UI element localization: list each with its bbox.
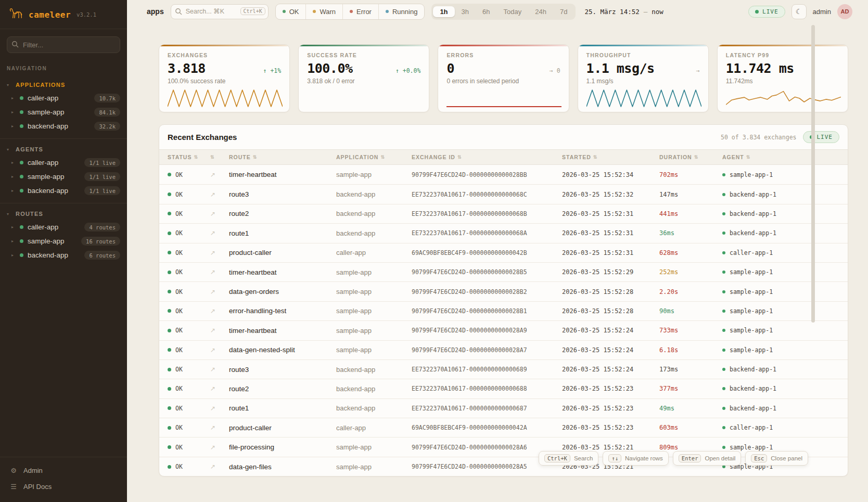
stat-card-errors: ERRORS0→ 00 errors in selected period [438, 44, 569, 112]
sidebar-item-caller-app[interactable]: ▸caller-app10.7k [0, 91, 127, 105]
status-filter-running[interactable]: Running [379, 4, 424, 19]
table-row[interactable]: OK↗route1backend-appEE7322370A10617-0000… [159, 398, 848, 418]
table-row[interactable]: OK↗route1backend-appEE7322370A10617-0000… [159, 223, 848, 242]
column-header-duration[interactable]: DURATION⇅ [655, 154, 718, 160]
card-value: 11.742 ms [726, 61, 794, 76]
context-menu-apps[interactable]: apps [147, 7, 164, 16]
table-live-badge[interactable]: LIVE [803, 131, 840, 143]
column-header-started[interactable]: STARTED⇅ [558, 154, 655, 160]
open-detail-icon[interactable]: ↗ [210, 366, 215, 373]
avatar[interactable]: AD [837, 4, 852, 19]
status-dot [168, 309, 171, 313]
logo[interactable]: cameleer v3.2.1 [0, 0, 127, 29]
table-row[interactable]: OK↗data-gen-orderssample-app90799F47E6CD… [159, 281, 848, 301]
open-detail-icon[interactable]: ↗ [210, 424, 215, 431]
sidebar-item-backend-app[interactable]: ▸backend-app1/1 live [0, 184, 127, 198]
table-row[interactable]: OK↗timer-heartbeatsample-app90799F47E6CD… [159, 165, 848, 184]
range-button-7d[interactable]: 7d [553, 6, 574, 17]
scrollbar-thumb[interactable] [811, 25, 815, 323]
section-title-routes[interactable]: ▾ROUTES [0, 208, 127, 220]
table-row[interactable]: OK↗route3backend-appEE7322370A10617-0000… [159, 184, 848, 203]
sidebar-item-caller-app[interactable]: ▸caller-app1/1 live [0, 156, 127, 170]
open-detail-icon[interactable]: ↗ [210, 210, 215, 217]
range-button-today[interactable]: Today [497, 6, 529, 17]
row-started: 2026-03-25 15:52:24 [562, 346, 633, 354]
open-detail-icon[interactable]: ↗ [210, 268, 215, 276]
row-started: 2026-03-25 15:52:24 [562, 366, 633, 373]
status-dot [20, 253, 23, 257]
app-version: v3.2.1 [76, 11, 96, 18]
open-detail-icon[interactable]: ↗ [210, 405, 215, 412]
row-started: 2026-03-25 15:52:31 [562, 229, 633, 237]
status-filter-error[interactable]: Error [343, 4, 379, 19]
open-detail-icon[interactable]: ↗ [210, 346, 215, 354]
sidebar-item-backend-app[interactable]: ▸backend-app32.2k [0, 119, 127, 133]
filter-input[interactable] [7, 36, 120, 53]
open-detail-icon[interactable]: ↗ [210, 288, 215, 295]
agent-dot [722, 387, 725, 390]
open-detail-icon[interactable]: ↗ [210, 463, 215, 470]
sidebar-item-label: caller-app [28, 159, 58, 166]
live-toggle[interactable]: LIVE [748, 6, 785, 18]
column-header-application[interactable]: APPLICATION⇅ [332, 154, 407, 160]
open-detail-icon[interactable]: ↗ [210, 191, 215, 198]
sidebar-item-sample-app[interactable]: ▸sample-app1/1 live [0, 170, 127, 184]
open-detail-icon[interactable]: ↗ [210, 229, 215, 237]
sidebar-item-sample-app[interactable]: ▸sample-app16 routes [0, 234, 127, 248]
table-row[interactable]: OK↗product-callercaller-app69AC90BF8EBC4… [159, 243, 848, 262]
card-label: ERRORS [446, 52, 560, 58]
open-detail-icon[interactable]: ↗ [210, 444, 215, 451]
open-detail-icon[interactable]: ↗ [210, 171, 215, 178]
section-title-agents[interactable]: ▾AGENTS [0, 143, 127, 156]
row-started: 2026-03-25 15:52:24 [562, 327, 633, 334]
open-detail-icon[interactable]: ↗ [210, 385, 215, 392]
open-detail-icon[interactable]: ↗ [210, 327, 215, 334]
row-exchange-id: 69AC90BF8EBC4F9-000000000000042B [412, 249, 527, 256]
table-row[interactable]: OK↗data-gen-nested-splitsample-app90799F… [159, 340, 848, 359]
sidebar-item-caller-app[interactable]: ▸caller-app4 routes [0, 220, 127, 234]
column-header-exchange-id[interactable]: EXCHANGE ID⇅ [407, 154, 558, 160]
sidebar-footer-api-docs[interactable]: ☰API Docs [0, 479, 127, 495]
column-header-status[interactable]: STATUS⇅ [163, 154, 206, 160]
status-filter-label: Error [356, 8, 372, 16]
row-duration: 441ms [659, 210, 678, 217]
date-range-display[interactable]: 25. März 14:52 — now [584, 8, 663, 16]
sort-icon: ⇅ [210, 155, 215, 160]
table-row[interactable]: OK↗timer-heartbeatsample-app90799F47E6CD… [159, 320, 848, 340]
column-header-agent[interactable]: AGENT⇅ [718, 154, 844, 160]
sidebar-section-applications: ▾APPLICATIONS▸caller-app10.7k▸sample-app… [0, 74, 127, 139]
table-row[interactable]: OK↗route2backend-appEE7322370A10617-0000… [159, 204, 848, 223]
row-route: route3 [229, 190, 249, 198]
sidebar-item-badge: 1/1 live [84, 158, 120, 167]
range-button-3h[interactable]: 3h [455, 6, 476, 17]
table-title: Recent Exchanges [168, 133, 237, 141]
open-detail-icon[interactable]: ↗ [210, 249, 215, 256]
row-agent: backend-app-1 [730, 229, 776, 237]
section-title-applications[interactable]: ▾APPLICATIONS [0, 79, 127, 91]
column-header-open[interactable]: ⇅ [206, 155, 225, 160]
row-status: OK [175, 210, 183, 217]
theme-toggle-button[interactable]: ☾ [792, 4, 807, 19]
open-detail-icon[interactable]: ↗ [210, 307, 215, 315]
sidebar-footer-admin[interactable]: ⚙Admin [0, 462, 127, 479]
status-filter-ok[interactable]: OK [276, 4, 307, 19]
sidebar-item-backend-app[interactable]: ▸backend-app6 routes [0, 248, 127, 262]
status-filter-warn[interactable]: Warn [306, 4, 343, 19]
column-header-route[interactable]: ROUTE⇅ [225, 154, 332, 160]
table-row[interactable]: OK↗timer-heartbeatsample-app90799F47E6CD… [159, 262, 848, 281]
status-dot [168, 406, 171, 410]
row-route: route1 [229, 404, 249, 412]
card-accent [578, 45, 708, 46]
kbd-hint: Ctrl+K [544, 454, 570, 462]
table-row[interactable]: OK↗product-callercaller-app69AC90BF8EBC4… [159, 418, 848, 437]
table-row[interactable]: OK↗route3backend-appEE7322370A10617-0000… [159, 359, 848, 379]
table-row[interactable]: OK↗route2backend-appEE7322370A10617-0000… [159, 379, 848, 398]
table-row[interactable]: OK↗error-handling-testsample-app90799F47… [159, 301, 848, 320]
row-duration: 702ms [659, 171, 678, 178]
range-button-24h[interactable]: 24h [528, 6, 553, 17]
row-status: OK [175, 366, 183, 373]
range-button-6h[interactable]: 6h [476, 6, 496, 17]
row-duration: 173ms [659, 366, 678, 373]
sidebar-item-sample-app[interactable]: ▸sample-app84.1k [0, 105, 127, 119]
range-button-1h[interactable]: 1h [433, 6, 454, 17]
